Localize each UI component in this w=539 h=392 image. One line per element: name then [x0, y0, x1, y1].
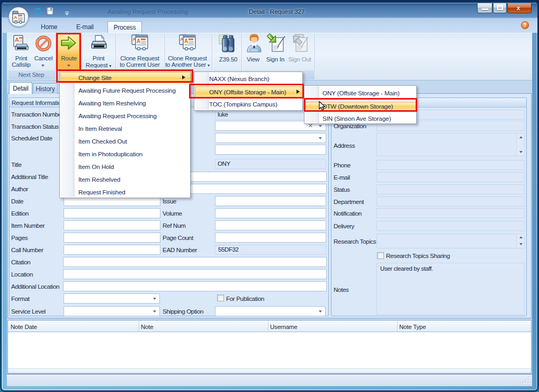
svg-text:A: A [184, 38, 188, 44]
svg-text:A: A [137, 38, 140, 44]
svg-text:A: A [15, 37, 19, 43]
svg-text:A: A [14, 15, 17, 20]
